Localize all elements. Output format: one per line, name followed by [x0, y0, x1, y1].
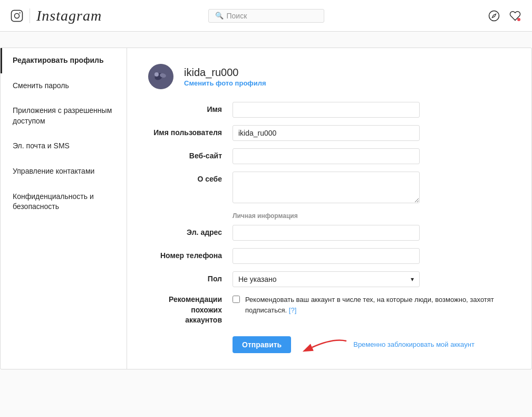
gender-dropdown[interactable]: Не указано Мужчина Женщина Другой ▾ — [233, 271, 420, 287]
phone-input-wrapper — [233, 248, 420, 264]
sidebar-item-edit-profile[interactable]: Редактировать профиль — [1, 48, 127, 73]
search-icon: 🔍 — [215, 12, 224, 20]
actions-row: Отправить Временно заблокировать мой акк… — [233, 336, 510, 353]
red-arrow-icon — [302, 337, 349, 353]
gender-label: Пол — [148, 271, 233, 283]
name-input-wrapper — [233, 102, 420, 118]
rec-checkbox[interactable] — [233, 296, 240, 303]
sidebar-item-email-sms[interactable]: Эл. почта и SMS — [1, 134, 127, 159]
bio-input-wrapper — [233, 172, 420, 205]
gender-select[interactable]: Не указано Мужчина Женщина Другой — [238, 275, 411, 283]
email-label: Эл. адрес — [148, 225, 233, 236]
instagram-logo-text: Instagram — [36, 7, 102, 24]
username-label: Имя пользователя — [148, 125, 233, 137]
chevron-down-icon: ▾ — [411, 276, 414, 283]
search-input[interactable] — [227, 12, 317, 20]
profile-info: ikida_ru000 Сменить фото профиля — [184, 67, 266, 87]
profile-header: ikida_ru000 Сменить фото профиля — [148, 64, 510, 89]
website-label: Веб-сайт — [148, 148, 233, 160]
email-input[interactable] — [233, 225, 420, 241]
bio-label: О себе — [148, 172, 233, 183]
sidebar-item-privacy[interactable]: Конфиденциальность и безопасность — [1, 184, 127, 220]
sidebar-item-apps[interactable]: Приложения с разрешенным доступом — [1, 98, 127, 134]
content-area: ikida_ru000 Сменить фото профиля Имя Имя… — [127, 48, 531, 369]
website-input-wrapper — [233, 148, 420, 164]
change-photo-link[interactable]: Сменить фото профиля — [184, 79, 266, 87]
username-row: Имя пользователя — [148, 125, 510, 141]
email-input-wrapper — [233, 225, 420, 241]
rec-description: Рекомендовать ваш аккаунт в числе тех, н… — [245, 295, 510, 315]
header-divider — [30, 8, 30, 23]
name-label: Имя — [148, 102, 233, 113]
recommendations-row: Рекомендации похожих аккаунтов Рекомендо… — [148, 295, 510, 326]
svg-point-3 — [489, 11, 499, 21]
bio-input[interactable] — [233, 172, 420, 203]
rec-content: Рекомендовать ваш аккаунт в числе тех, н… — [233, 295, 510, 315]
temp-block-link[interactable]: Временно заблокировать мой аккаунт — [353, 340, 475, 348]
personal-info-label: Личная информация — [233, 212, 510, 220]
email-row: Эл. адрес — [148, 225, 510, 241]
phone-row: Номер телефона — [148, 248, 510, 264]
phone-label: Номер телефона — [148, 248, 233, 260]
submit-button[interactable]: Отправить — [233, 336, 291, 353]
bio-row: О себе — [148, 172, 510, 205]
svg-point-1 — [15, 13, 20, 18]
gender-row: Пол Не указано Мужчина Женщина Другой ▾ — [148, 271, 510, 287]
rec-help-link[interactable]: [?] — [289, 306, 296, 314]
phone-input[interactable] — [233, 248, 420, 264]
sidebar: Редактировать профиль Сменить пароль При… — [1, 48, 127, 369]
header: Instagram 🔍 — [0, 0, 532, 32]
username-input[interactable] — [233, 125, 420, 141]
instagram-camera-icon — [11, 10, 23, 22]
main-container: Редактировать профиль Сменить пароль При… — [0, 48, 532, 369]
sidebar-item-manage-contacts[interactable]: Управление контактами — [1, 159, 127, 184]
sidebar-item-change-password[interactable]: Сменить пароль — [1, 73, 127, 99]
website-input[interactable] — [233, 148, 420, 164]
name-row: Имя — [148, 102, 510, 118]
svg-point-2 — [20, 12, 21, 13]
arrow-container: Временно заблокировать мой аккаунт — [302, 337, 475, 353]
explore-icon[interactable] — [488, 10, 500, 22]
name-input[interactable] — [233, 102, 420, 118]
rec-label: Рекомендации похожих аккаунтов — [148, 295, 233, 326]
gender-select-wrapper: Не указано Мужчина Женщина Другой ▾ — [233, 271, 420, 287]
search-box: 🔍 — [208, 9, 324, 23]
svg-rect-0 — [12, 10, 23, 21]
username-input-wrapper — [233, 125, 420, 141]
activity-icon[interactable] — [509, 10, 521, 22]
avatar[interactable] — [148, 64, 173, 89]
header-icons — [351, 10, 521, 22]
search-area: 🔍 — [181, 9, 351, 23]
notification-dot — [517, 18, 520, 21]
website-row: Веб-сайт — [148, 148, 510, 164]
logo-area: Instagram — [11, 7, 181, 24]
profile-username: ikida_ru000 — [184, 67, 266, 79]
svg-point-7 — [154, 72, 159, 77]
